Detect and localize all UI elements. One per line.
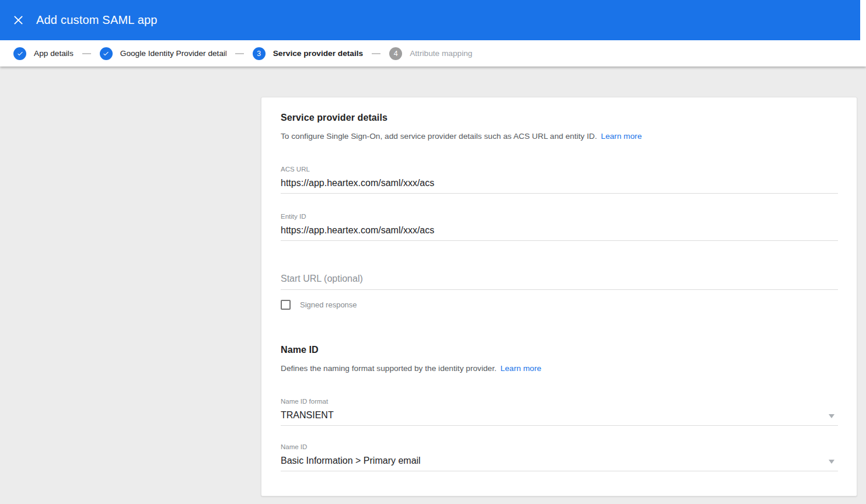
- section-description: Defines the naming format supported by t…: [281, 363, 838, 373]
- close-icon: [13, 15, 24, 26]
- acs-url-input[interactable]: https://app.heartex.com/saml/xxx/acs: [281, 178, 838, 188]
- name-id-format-value[interactable]: TRANSIENT: [281, 410, 838, 421]
- step-number-badge: 4: [389, 47, 402, 60]
- acs-url-label: ACS URL: [281, 166, 838, 173]
- learn-more-link[interactable]: Learn more: [501, 364, 542, 373]
- close-button[interactable]: [11, 13, 25, 27]
- step-number-badge: 3: [253, 47, 266, 60]
- dialog-title: Add custom SAML app: [36, 13, 158, 27]
- wizard-stepper: App details Google Identity Provider det…: [0, 40, 866, 66]
- scrollbar-gap: [860, 0, 866, 40]
- section-description-text: Defines the naming format supported by t…: [281, 364, 497, 373]
- step-label: Service provider details: [273, 49, 363, 58]
- step-completed-check-icon: [13, 47, 26, 60]
- dialog-header: Add custom SAML app: [0, 0, 860, 40]
- signed-response-row[interactable]: Signed response: [281, 300, 838, 310]
- step-app-details[interactable]: App details: [13, 47, 74, 60]
- dropdown-caret-icon: [829, 460, 834, 464]
- service-provider-details-card: Service provider details To configure Si…: [261, 97, 857, 496]
- step-label: App details: [34, 49, 74, 58]
- content-area: Service provider details To configure Si…: [0, 66, 866, 504]
- name-id-label: Name ID: [281, 443, 838, 450]
- section-description-text: To configure Single Sign-On, add service…: [281, 132, 597, 141]
- step-label: Attribute mapping: [410, 49, 472, 58]
- entity-id-input[interactable]: https://app.heartex.com/saml/xxx/acs: [281, 225, 838, 236]
- name-id-format-dropdown[interactable]: Name ID format TRANSIENT: [281, 398, 838, 426]
- step-google-idp-details[interactable]: Google Identity Provider details: [100, 47, 226, 60]
- name-id-format-label: Name ID format: [281, 398, 838, 405]
- section-title-service-provider-details: Service provider details: [281, 113, 838, 123]
- step-attribute-mapping: 4 Attribute mapping: [389, 47, 472, 60]
- name-id-dropdown[interactable]: Name ID Basic Information > Primary emai…: [281, 443, 838, 471]
- name-id-value[interactable]: Basic Information > Primary email: [281, 456, 838, 466]
- step-separator: [82, 53, 91, 54]
- step-separator: [372, 53, 380, 54]
- entity-id-label: Entity ID: [281, 213, 838, 220]
- step-separator: [235, 53, 244, 54]
- learn-more-link[interactable]: Learn more: [601, 132, 642, 141]
- section-description: To configure Single Sign-On, add service…: [281, 131, 838, 141]
- section-title-name-id: Name ID: [281, 345, 838, 355]
- start-url-input[interactable]: Start URL (optional): [281, 274, 838, 284]
- acs-url-field[interactable]: ACS URL https://app.heartex.com/saml/xxx…: [281, 166, 838, 194]
- step-completed-check-icon: [100, 47, 113, 60]
- signed-response-label: Signed response: [300, 300, 357, 309]
- dropdown-caret-icon: [829, 414, 834, 418]
- step-service-provider-details[interactable]: 3 Service provider details: [253, 47, 363, 60]
- step-label: Google Identity Provider details: [120, 49, 226, 58]
- signed-response-checkbox[interactable]: [281, 300, 291, 310]
- entity-id-field[interactable]: Entity ID https://app.heartex.com/saml/x…: [281, 213, 838, 241]
- start-url-field[interactable]: Start URL (optional): [281, 274, 838, 290]
